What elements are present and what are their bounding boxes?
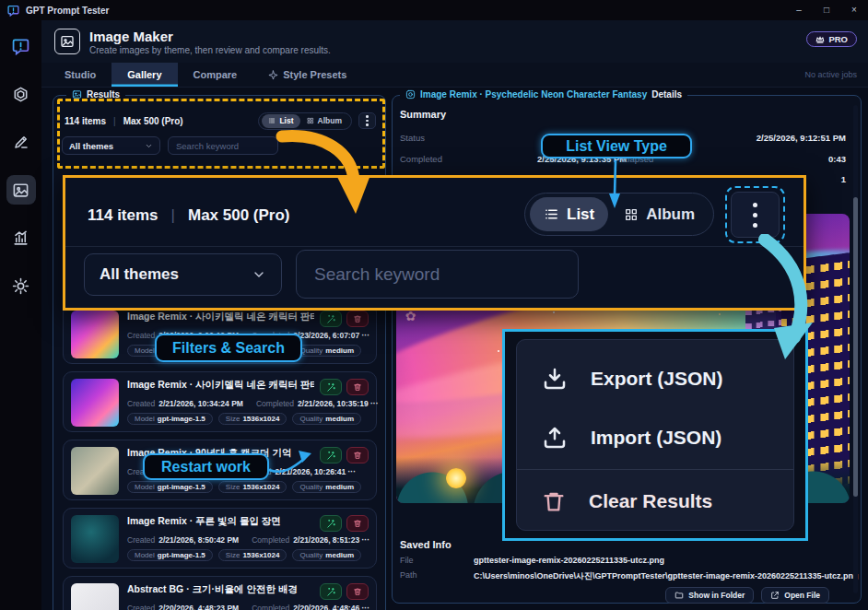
completed-value: 2/21/2026, 10:26:41 ··· [276,467,356,476]
wand-icon [326,314,336,324]
trash-icon [353,451,362,460]
show-in-folder-button[interactable]: Show in Folder [665,587,754,604]
callout-list-view-type: List View Type [541,134,692,158]
sidebar-item-image-maker[interactable] [6,175,36,205]
max-count: Max 500 (Pro) [188,206,290,225]
created-label: Created [127,604,155,610]
sidebar-item-analytics[interactable] [6,223,36,252]
close-button[interactable]: × [840,0,868,20]
page-subtitle: Create images by theme, then review and … [89,45,331,55]
callout-restart-work: Restart work [143,453,269,480]
sidebar-item-settings[interactable] [6,271,36,300]
completed-value: 2/21/2026, 8:51:23 ··· [293,535,369,545]
quality-badge: Qualitymedium [292,413,361,425]
trash-icon [353,519,362,528]
created-value: 2/21/2026, 10:34:24 PM [158,399,243,408]
gear-icon [12,277,29,295]
delete-button[interactable] [346,515,369,532]
search-input[interactable] [296,250,579,299]
scrollbar-thumb[interactable] [853,197,858,497]
album-view-button[interactable]: Album [610,197,709,231]
sidebar-item-prompt-editor[interactable] [6,127,36,157]
title-bar: GPT Prompt Tester – □ × [0,0,868,20]
elapsed-value: 0:43 [828,154,846,164]
path-value: C:\Users\minos\OneDrive\사진\GPTPromptTest… [474,570,858,582]
app-logo-icon [7,5,19,17]
list-item[interactable]: Image Remix · 사이키델릭 네온 캐릭터 판타지 [63,371,377,432]
chart-icon [12,229,29,247]
restart-work-button[interactable] [320,583,342,600]
delete-button[interactable] [346,379,369,395]
view-toggle: List Album [524,193,714,236]
restart-work-button[interactable] [320,379,342,395]
completed-label: Completed [252,604,289,610]
wand-icon [326,382,336,393]
tab-gallery[interactable]: Gallery [111,63,177,87]
model-badge: Modelgpt-image-1.5 [127,481,213,493]
crown-icon [815,35,825,44]
restart-work-button[interactable] [320,311,342,327]
result-thumbnail [71,447,119,495]
result-thumbnail [71,379,119,427]
image-icon [12,182,29,199]
tab-style-presets[interactable]: Style Presets [252,63,362,87]
remix-icon [405,89,416,100]
trash-icon [353,314,362,323]
more-options-button[interactable] [731,192,780,238]
delete-button[interactable] [346,583,369,600]
restart-work-button[interactable] [320,515,342,532]
result-title: Image Remix · 푸른 빛의 몰입 장면 [127,515,314,528]
size-badge: Size1536x1024 [218,549,287,561]
app-window: GPT Prompt Tester – □ × [0,0,868,610]
created-label: Created [127,399,155,408]
external-link-icon [770,591,780,600]
image-count-value: 1 [841,174,846,184]
created-label: Created [127,331,155,340]
open-file-button[interactable]: Open File [761,587,829,604]
file-label: File [400,556,414,565]
pencil-icon [13,134,29,150]
quality-badge: Qualitymedium [292,345,361,357]
grid-icon [624,207,639,222]
size-badge: Size1536x1024 [218,413,287,425]
maximize-button[interactable]: □ [813,0,840,20]
list-item[interactable]: Abstract BG · 크기·비율에 안전한 배경 [63,576,377,610]
list-view-button[interactable]: List [530,197,608,231]
active-jobs-status: No active jobs [804,63,857,87]
clear-results-menu-item[interactable]: Clear Results [517,472,793,531]
upload-icon [541,424,569,452]
delete-button[interactable] [346,447,369,463]
minimize-button[interactable]: – [785,0,813,20]
result-thumbnail [71,515,119,563]
chevron-down-icon [252,267,266,282]
export-json-menu-item[interactable]: Export (JSON) [517,349,793,408]
tab-studio[interactable]: Studio [49,63,111,87]
sparkle-icon [268,70,278,80]
preview-art [405,310,416,323]
list-item[interactable]: Image Remix · 푸른 빛의 몰입 장면 [63,508,377,569]
details-scrollbar[interactable] [853,105,858,593]
completed-label: Completed [400,154,442,164]
size-badge: Size1536x1024 [218,481,287,493]
theme-filter-select[interactable]: All themes [84,253,282,296]
created-value: 2/21/2026, 8:50:42 PM [158,535,239,545]
chat-bubble-icon [12,38,29,55]
quality-badge: Qualitymedium [292,481,361,493]
tab-compare[interactable]: Compare [178,63,253,87]
trash-icon [353,382,362,392]
delete-button[interactable] [346,311,369,327]
tab-bar: Studio Gallery Compare Style Presets No … [41,63,868,88]
magnified-toolbar: 114 items | Max 500 (Pro) List Album A [63,175,806,311]
saved-info-heading: Saved Info [400,539,452,550]
sidebar-item-home[interactable] [6,31,36,61]
result-title: Image Remix · 사이키델릭 네온 캐릭터 판타지 [127,379,314,392]
callout-filters-search: Filters & Search [155,334,302,362]
result-title: Image Remix · 사이키델릭 네온 캐릭터 판타지 [127,311,314,323]
import-json-menu-item[interactable]: Import (JSON) [517,408,793,467]
item-count: 114 items [88,206,158,225]
details-legend: Image Remix · Psychedelic Neon Character… [400,89,687,100]
model-badge: Modelgpt-image-1.5 [127,549,213,561]
restart-work-button[interactable] [320,447,342,463]
sidebar-item-gpt[interactable] [6,79,36,109]
created-label: Created [127,535,155,545]
